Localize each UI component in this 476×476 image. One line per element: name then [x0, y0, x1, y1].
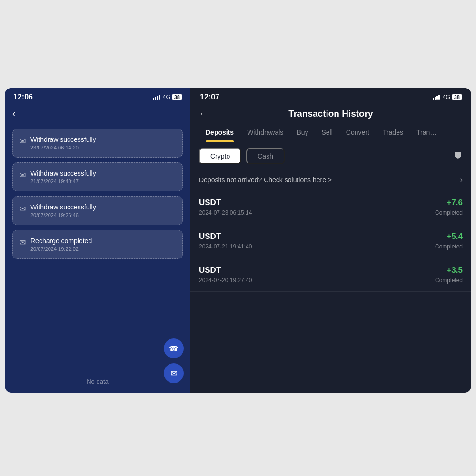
tx-left-1: USDT 2024-07-21 19:41:40	[199, 232, 252, 250]
notif-date: 23/07/2024 06:14:20	[30, 145, 96, 150]
fab-container: ☎ ✉	[164, 338, 184, 383]
network-right: 4G	[443, 94, 450, 100]
notif-title: Withdraw successfully	[30, 169, 96, 177]
cash-filter-button[interactable]: Cash	[246, 148, 285, 164]
page-title: Transaction History	[288, 109, 373, 119]
signal-icon-left	[153, 95, 160, 100]
phone-left: 12:06 4G 38 ‹ ✉ Withdraw successfully 23…	[5, 88, 190, 393]
signal-icon-right	[433, 95, 440, 100]
tx-left-2: USDT 2024-07-20 19:27:40	[199, 266, 252, 284]
time-left: 12:06	[13, 93, 33, 101]
table-row[interactable]: USDT 2024-07-23 06:15:14 +7.6 Completed	[190, 190, 471, 224]
notifications-list: ✉ Withdraw successfully 23/07/2024 06:14…	[5, 123, 190, 374]
header-bar: ← Transaction History	[190, 104, 471, 124]
notice-arrow-icon: ›	[460, 176, 463, 184]
tx-amount-0: +7.6	[435, 198, 463, 208]
tx-status-0: Completed	[435, 209, 463, 216]
tx-amount-1: +5.4	[435, 232, 463, 241]
filter-row: Crypto Cash ⛊	[190, 142, 471, 170]
mail-icon: ✉	[20, 170, 26, 179]
notification-card[interactable]: ✉ Withdraw successfully 23/07/2024 06:14…	[12, 129, 183, 158]
no-data-label: No data	[5, 374, 190, 393]
notif-title: Withdraw successfully	[30, 136, 96, 143]
tab-deposits[interactable]: Deposits	[199, 124, 240, 142]
tabs-container: DepositsWithdrawalsBuySellConvertTradesT…	[190, 124, 471, 142]
support-icon: ☎	[169, 344, 178, 353]
message-icon: ✉	[171, 369, 177, 378]
tx-date-2: 2024-07-20 19:27:40	[199, 277, 252, 284]
tx-right-2: +3.5 Completed	[435, 266, 463, 284]
notification-card[interactable]: ✉ Withdraw successfully 20/07/2024 19:26…	[12, 196, 183, 225]
tx-right-1: +5.4 Completed	[435, 232, 463, 250]
tab-withdrawals[interactable]: Withdrawals	[240, 124, 290, 142]
tx-date-0: 2024-07-23 06:15:14	[199, 209, 252, 216]
battery-left: 38	[172, 94, 182, 100]
back-button-left[interactable]: ‹	[5, 104, 190, 123]
tab-tran-[interactable]: Tran…	[410, 124, 443, 142]
filter-funnel-icon[interactable]: ⛊	[454, 151, 463, 161]
tab-trades[interactable]: Trades	[376, 124, 410, 142]
notif-title: Recharge completed	[30, 237, 92, 245]
notif-title: Withdraw successfully	[30, 203, 96, 211]
tx-currency-2: USDT	[199, 266, 252, 275]
tx-status-2: Completed	[435, 277, 463, 284]
back-arrow-right[interactable]: ←	[199, 108, 208, 119]
mail-icon: ✉	[20, 137, 26, 146]
tab-sell[interactable]: Sell	[315, 124, 339, 142]
message-fab-button[interactable]: ✉	[164, 363, 184, 383]
tx-amount-2: +3.5	[435, 266, 463, 275]
crypto-filter-button[interactable]: Crypto	[199, 148, 241, 164]
status-icons-left: 4G 38	[153, 94, 182, 100]
tx-date-1: 2024-07-21 19:41:40	[199, 243, 252, 250]
mail-icon: ✉	[20, 204, 26, 213]
table-row[interactable]: USDT 2024-07-21 19:41:40 +5.4 Completed	[190, 224, 471, 258]
status-icons-right: 4G 38	[433, 94, 462, 100]
time-right: 12:07	[200, 93, 219, 101]
notification-card[interactable]: ✉ Withdraw successfully 21/07/2024 19:40…	[12, 162, 183, 191]
tab-buy[interactable]: Buy	[290, 124, 315, 142]
phone-right: 12:07 4G 38 ← Transaction History Deposi…	[190, 88, 471, 393]
status-bar-left: 12:06 4G 38	[5, 88, 190, 104]
tx-right-0: +7.6 Completed	[435, 198, 463, 216]
notification-card[interactable]: ✉ Recharge completed 20/07/2024 19:22:02	[12, 230, 183, 259]
tx-left-0: USDT 2024-07-23 06:15:14	[199, 198, 252, 216]
notice-text: Deposits not arrived? Check solutions he…	[199, 176, 332, 184]
tx-status-1: Completed	[435, 243, 463, 250]
phones-container: 12:06 4G 38 ‹ ✉ Withdraw successfully 23…	[5, 88, 471, 397]
tx-currency-0: USDT	[199, 198, 252, 208]
notif-date: 20/07/2024 19:26:46	[30, 212, 96, 218]
status-bar-right: 12:07 4G 38	[190, 88, 471, 104]
notif-date: 20/07/2024 19:22:02	[30, 246, 92, 252]
notif-date: 21/07/2024 19:40:47	[30, 178, 96, 184]
tx-currency-1: USDT	[199, 232, 252, 241]
table-row[interactable]: USDT 2024-07-20 19:27:40 +3.5 Completed	[190, 258, 471, 292]
notice-row[interactable]: Deposits not arrived? Check solutions he…	[190, 170, 471, 190]
tab-convert[interactable]: Convert	[339, 124, 376, 142]
mail-icon: ✉	[20, 238, 26, 247]
support-fab-button[interactable]: ☎	[164, 338, 184, 358]
battery-right: 38	[452, 94, 462, 100]
network-left: 4G	[163, 94, 170, 100]
